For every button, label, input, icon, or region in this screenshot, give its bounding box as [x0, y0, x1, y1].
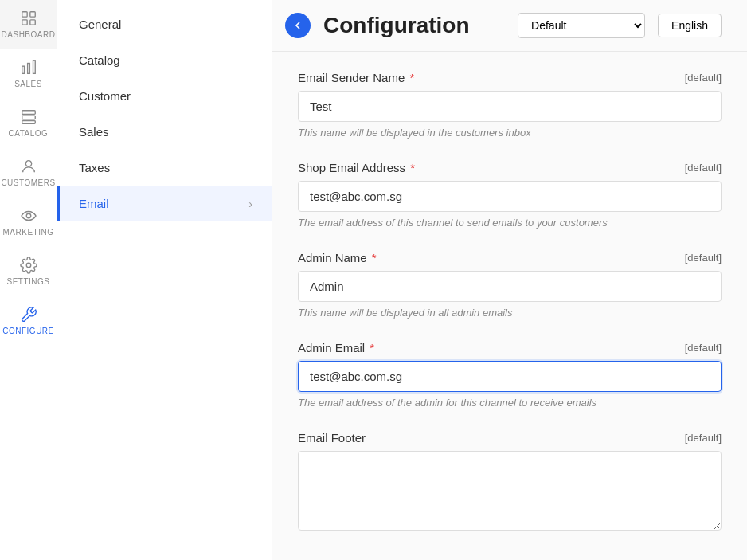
nav-item-customer-label: Customer: [79, 89, 131, 103]
nav-item-email-label: Email: [79, 197, 109, 210]
customers-icon: [20, 158, 37, 175]
nav-sidebar: General Catalog Customer Sales Taxes Ema…: [57, 0, 272, 560]
email-sender-name-hint: This name will be displayed in the custo…: [298, 127, 722, 139]
chevron-left-icon: [291, 19, 304, 32]
svg-rect-3: [29, 20, 34, 25]
admin-email-hint: The email address of the admin for this …: [298, 397, 722, 409]
svg-rect-0: [22, 12, 26, 17]
admin-email-group: Admin Email * [default] The email addres…: [298, 341, 722, 409]
email-footer-default-tag: [default]: [685, 432, 722, 444]
email-footer-label-row: Email Footer [default]: [298, 431, 722, 444]
email-sender-name-group: Email Sender Name * [default] This name …: [298, 71, 722, 139]
sidebar-item-dashboard[interactable]: DASHBOARD: [0, 0, 57, 49]
marketing-label: MARKETING: [3, 228, 54, 237]
main-content: Configuration Default Channel 1 Channel …: [272, 0, 747, 560]
settings-label: SETTINGS: [6, 277, 49, 286]
svg-point-10: [25, 161, 31, 166]
svg-rect-8: [22, 116, 35, 119]
svg-rect-1: [29, 12, 34, 17]
admin-name-default-tag: [default]: [685, 252, 722, 264]
email-sender-name-default-tag: [default]: [685, 72, 722, 84]
nav-item-email[interactable]: Email ›: [57, 186, 272, 221]
shop-email-input[interactable]: [298, 181, 722, 212]
shop-email-default-tag: [default]: [685, 162, 722, 174]
shop-email-label-row: Shop Email Address * [default]: [298, 161, 722, 174]
svg-rect-5: [27, 64, 29, 74]
email-sender-name-input[interactable]: [298, 91, 722, 122]
admin-name-group: Admin Name * [default] This name will be…: [298, 251, 722, 319]
admin-name-label-row: Admin Name * [default]: [298, 251, 722, 264]
nav-item-catalog[interactable]: Catalog: [57, 42, 272, 78]
nav-item-customer[interactable]: Customer: [57, 78, 272, 114]
admin-email-label: Admin Email *: [298, 341, 374, 354]
required-star-admin-email: *: [366, 341, 374, 354]
svg-rect-6: [33, 61, 35, 74]
back-button[interactable]: [285, 13, 311, 38]
shop-email-hint: The email address of this channel to sen…: [298, 217, 722, 229]
marketing-icon: [20, 207, 37, 225]
required-star-shop: *: [407, 161, 415, 174]
sales-icon: [20, 59, 37, 76]
nav-item-catalog-label: Catalog: [79, 53, 120, 67]
settings-icon: [20, 257, 37, 274]
required-star: *: [406, 71, 414, 84]
dashboard-label: DASHBOARD: [2, 30, 56, 39]
language-button[interactable]: English: [658, 14, 722, 37]
nav-item-sales-label: Sales: [79, 125, 109, 139]
sidebar-item-configure[interactable]: CONFIGURE: [0, 296, 57, 346]
required-star-admin: *: [369, 251, 377, 264]
admin-email-default-tag: [default]: [685, 342, 722, 354]
email-footer-label: Email Footer: [298, 431, 366, 444]
dashboard-icon: [20, 10, 37, 27]
content-header: Configuration Default Channel 1 Channel …: [272, 0, 747, 52]
email-sender-name-label-row: Email Sender Name * [default]: [298, 71, 722, 84]
page-title: Configuration: [323, 13, 505, 38]
nav-item-general[interactable]: General: [57, 6, 272, 42]
customers-label: CUSTOMERS: [1, 178, 55, 187]
nav-item-general-label: General: [79, 18, 121, 31]
nav-item-taxes[interactable]: Taxes: [57, 150, 272, 186]
admin-name-input[interactable]: [298, 271, 722, 302]
sidebar-item-catalog[interactable]: CATALOG: [0, 99, 57, 148]
channel-dropdown[interactable]: Default Channel 1 Channel 2: [518, 13, 645, 38]
catalog-label: CATALOG: [9, 129, 49, 138]
icon-sidebar: DASHBOARD SALES CATALOG CUSTOMERS MARKE: [0, 0, 57, 560]
shop-email-group: Shop Email Address * [default] The email…: [298, 161, 722, 229]
admin-email-label-row: Admin Email * [default]: [298, 341, 722, 354]
sidebar-item-customers[interactable]: CUSTOMERS: [0, 148, 57, 198]
sales-label: SALES: [14, 80, 42, 88]
svg-point-11: [26, 213, 31, 218]
email-footer-group: Email Footer [default]: [298, 431, 722, 534]
svg-rect-7: [22, 111, 35, 115]
configure-label: CONFIGURE: [2, 327, 54, 335]
form-content: Email Sender Name * [default] This name …: [272, 52, 747, 560]
email-footer-textarea[interactable]: [298, 451, 722, 531]
svg-point-12: [26, 263, 31, 268]
svg-rect-9: [22, 121, 35, 124]
catalog-icon: [20, 108, 37, 126]
svg-rect-2: [22, 20, 26, 25]
sidebar-item-settings[interactable]: SETTINGS: [0, 247, 57, 296]
email-sender-name-label: Email Sender Name *: [298, 71, 414, 84]
admin-name-label: Admin Name *: [298, 251, 377, 264]
svg-rect-4: [22, 66, 24, 73]
nav-item-taxes-label: Taxes: [79, 161, 110, 174]
admin-email-input[interactable]: [298, 361, 722, 392]
configure-icon: [20, 306, 37, 323]
sidebar-item-sales[interactable]: SALES: [0, 49, 57, 99]
sidebar-item-marketing[interactable]: MARKETING: [0, 198, 57, 247]
nav-item-sales[interactable]: Sales: [57, 114, 272, 150]
shop-email-label: Shop Email Address *: [298, 161, 415, 174]
email-chevron-icon: ›: [248, 198, 252, 210]
admin-name-hint: This name will be displayed in all admin…: [298, 307, 722, 319]
